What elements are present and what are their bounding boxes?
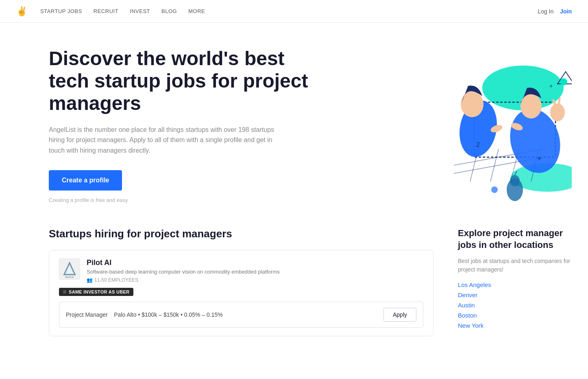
investor-badge: SAME INVESTOR AS UBER bbox=[59, 288, 133, 296]
svg-text:PILOT.AI: PILOT.AI bbox=[65, 276, 74, 278]
jobs-section-title: Startups hiring for project managers bbox=[49, 228, 433, 240]
nav-auth: Log In Join bbox=[538, 8, 572, 15]
investor-badge-icon bbox=[63, 290, 66, 294]
svg-point-15 bbox=[550, 103, 565, 121]
hero-section: Discover the world's best tech startup j… bbox=[0, 23, 588, 219]
svg-text:+: + bbox=[537, 155, 542, 163]
location-link-boston[interactable]: Boston bbox=[458, 312, 572, 319]
apply-button[interactable]: Apply bbox=[383, 308, 416, 322]
nav-link-recruit[interactable]: RECRUIT bbox=[94, 8, 118, 14]
svg-point-26 bbox=[510, 175, 520, 186]
nav-links: STARTUP JOBSRECRUITINVESTBLOGMORE bbox=[40, 8, 538, 14]
hero-illustration: + + 2 bbox=[397, 47, 572, 202]
nav-link-more[interactable]: MORE bbox=[188, 8, 205, 14]
location-link-new-york[interactable]: New York bbox=[458, 322, 572, 329]
company-name: Pilot AI bbox=[87, 259, 280, 267]
employees-count: 11-50 EMPLOYEES bbox=[94, 277, 138, 283]
nav-logo: ✌️ bbox=[16, 6, 27, 17]
sidebar-description: Best jobs at startups and tech companies… bbox=[458, 257, 572, 274]
svg-point-11 bbox=[461, 91, 483, 117]
job-location: Palo Alto bbox=[114, 311, 136, 318]
company-size: 👥 11-50 EMPLOYEES bbox=[87, 277, 280, 283]
location-link-los-angeles[interactable]: Los Angeles bbox=[458, 281, 572, 288]
hero-content: Discover the world's best tech startup j… bbox=[49, 47, 325, 203]
hero-description: AngelList is the number one place for al… bbox=[49, 125, 285, 156]
company-info: Pilot AI Software-based deep learning co… bbox=[87, 259, 280, 283]
sidebar-title: Explore project manager jobs in other lo… bbox=[458, 228, 572, 251]
company-logo: PILOT.AI bbox=[59, 259, 80, 280]
nav-link-invest[interactable]: INVEST bbox=[130, 8, 150, 14]
job-salary: $100k – $150k bbox=[142, 311, 179, 318]
job-equity: 0.05% – 0.15% bbox=[184, 311, 223, 318]
location-link-austin[interactable]: Austin bbox=[458, 302, 572, 309]
company-row: PILOT.AI Pilot AI Software-based deep le… bbox=[59, 259, 423, 283]
hero-title: Discover the world's best tech startup j… bbox=[49, 47, 325, 115]
login-link[interactable]: Log In bbox=[538, 8, 553, 15]
jobs-section: Startups hiring for project managers PIL… bbox=[49, 228, 433, 336]
job-listing-info: Project Manager Palo Alto • $100k – $150… bbox=[66, 311, 223, 318]
job-separator-3: • bbox=[181, 311, 184, 318]
investor-badge-label: SAME INVESTOR AS UBER bbox=[69, 289, 129, 294]
svg-point-22 bbox=[560, 78, 567, 85]
svg-text:+: + bbox=[549, 83, 553, 89]
job-title: Project Manager bbox=[66, 311, 108, 318]
svg-line-17 bbox=[559, 99, 560, 107]
job-separator-2: • bbox=[138, 311, 142, 318]
nav-link-blog[interactable]: BLOG bbox=[161, 8, 177, 14]
nav-link-startup-jobs[interactable]: STARTUP JOBS bbox=[40, 8, 82, 14]
svg-text:2: 2 bbox=[476, 141, 480, 148]
job-separator-1 bbox=[109, 311, 113, 318]
join-link[interactable]: Join bbox=[560, 8, 572, 15]
location-links: Los AngelesDenverAustinBostonNew York bbox=[458, 281, 572, 329]
hero-cta-subtext: Creating a profile is free and easy bbox=[49, 197, 325, 203]
main-content: Startups hiring for project managers PIL… bbox=[0, 219, 588, 353]
create-profile-button[interactable]: Create a profile bbox=[49, 170, 122, 191]
employees-icon: 👥 bbox=[87, 277, 93, 283]
navbar: ✌️ STARTUP JOBSRECRUITINVESTBLOGMORE Log… bbox=[0, 0, 588, 23]
location-link-denver[interactable]: Denver bbox=[458, 291, 572, 298]
company-description: Software-based deep learning computer vi… bbox=[87, 269, 280, 275]
job-card: PILOT.AI Pilot AI Software-based deep le… bbox=[49, 250, 433, 336]
job-listing-row: Project Manager Palo Alto • $100k – $150… bbox=[59, 302, 423, 328]
sidebar: Explore project manager jobs in other lo… bbox=[458, 228, 572, 336]
svg-point-28 bbox=[491, 186, 498, 193]
